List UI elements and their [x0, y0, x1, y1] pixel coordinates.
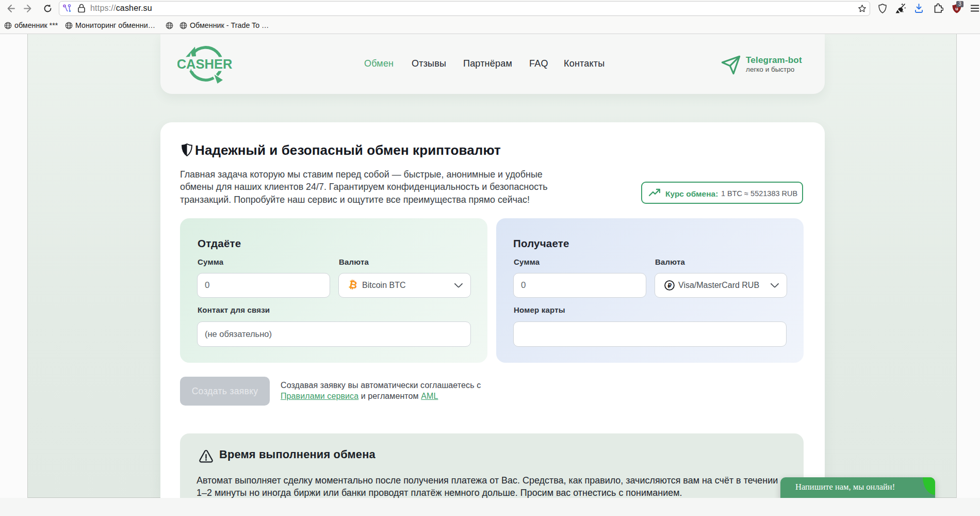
- svg-text:CASHER: CASHER: [177, 57, 232, 71]
- svg-text:₽: ₽: [668, 282, 672, 289]
- svg-text:₿: ₿: [348, 278, 358, 291]
